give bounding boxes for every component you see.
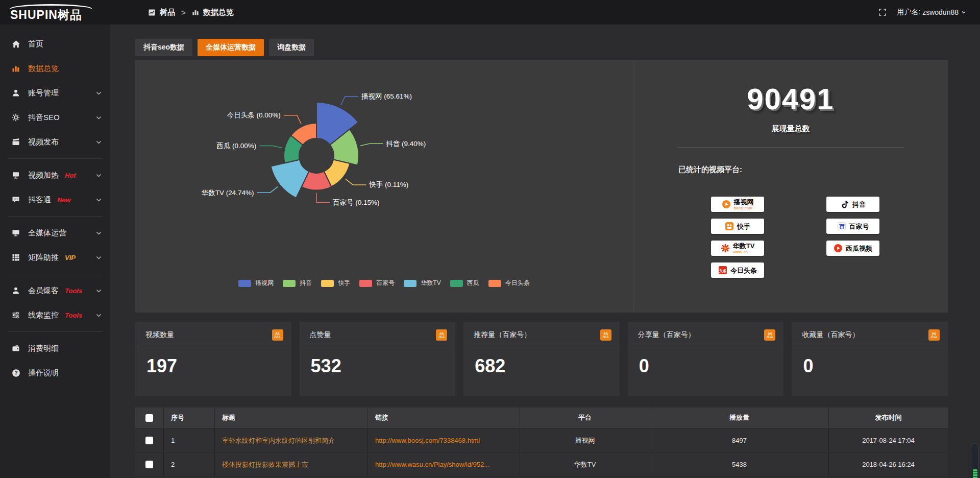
legend-swatch <box>321 280 334 287</box>
sidebar-item-badge: Tools <box>65 287 82 295</box>
chevron-down-icon <box>961 9 967 15</box>
total-badge: 总 <box>272 329 283 341</box>
chevron-down-icon <box>95 254 102 261</box>
row-checkbox[interactable] <box>145 437 153 444</box>
pie-label: 今日头条 (0.00%) <box>227 111 281 119</box>
sidebar-item-chart[interactable]: 数据总览 <box>0 56 110 81</box>
sidebar-item-chat[interactable]: 抖客通New <box>0 187 110 212</box>
chevron-down-icon <box>95 90 102 97</box>
pie-label-line <box>316 193 330 203</box>
video-url-link[interactable]: http://www.boosj.com/7338468.html <box>375 437 480 444</box>
line-chart-icon <box>148 9 156 16</box>
legend-label: 今日头条 <box>505 279 530 288</box>
column-header: 序号 <box>164 408 215 428</box>
breadcrumb-current[interactable]: 数据总览 <box>203 8 234 17</box>
row-checkbox[interactable] <box>145 461 153 468</box>
table-row: 2楼体投影灯投影效果震撼上市http://www.wasu.cn/Play/sh… <box>135 453 948 476</box>
sidebar-item-clapper[interactable]: 视频发布 <box>0 130 110 154</box>
person-icon <box>11 286 20 295</box>
boosj-logo-icon <box>722 200 731 209</box>
legend-swatch <box>283 280 296 287</box>
platform-name: 播视网 <box>734 199 754 205</box>
column-header: 平台 <box>520 408 650 428</box>
chevron-down-icon <box>95 114 102 121</box>
pie-label: 抖音 (9.40%) <box>386 140 426 148</box>
row-select-cell <box>135 429 164 452</box>
row-time: 2018-04-26 16:24 <box>829 453 948 476</box>
sidebar-item-person[interactable]: 会员爆客Tools <box>0 278 110 303</box>
user-menu[interactable]: 用户名: zswodun88 <box>897 8 967 17</box>
sidebar-item-monitor[interactable]: 全媒体运营 <box>0 221 110 245</box>
sliders-icon <box>11 311 20 319</box>
sidebar-item-badge: Tools <box>65 312 82 319</box>
stat-card-4: 分享量（百家号）总0 <box>628 322 784 396</box>
stat-card-title: 点赞量 <box>310 330 331 340</box>
user-icon <box>11 89 20 97</box>
tab-3[interactable]: 询盘数据 <box>269 39 314 56</box>
platform-badge-wasu: 华数TVwasu.cn <box>711 241 764 256</box>
xigua-logo-icon <box>834 244 843 253</box>
data-tabs: 抖音seo数据全媒体运营数据询盘数据 <box>135 39 314 56</box>
scrollbar-thumb[interactable] <box>973 469 977 478</box>
legend-item-快手[interactable]: 快手 <box>321 279 350 288</box>
pie-slice-华数TV[interactable] <box>271 160 309 198</box>
video-title-link[interactable]: 室外水纹灯和室内水纹灯的区别和简介 <box>222 436 335 445</box>
stat-card-value: 532 <box>300 347 456 377</box>
legend-item-今日头条[interactable]: 今日头条 <box>488 279 530 288</box>
sidebar-item-label: 视频加热 <box>28 171 59 180</box>
legend-swatch <box>404 280 416 287</box>
sidebar-divider <box>7 331 103 332</box>
monitor-icon <box>11 229 20 237</box>
sidebar-item-label: 抖音SEO <box>28 113 60 123</box>
video-url-link[interactable]: http://www.wasu.cn/Play/show/id/952... <box>375 461 489 468</box>
platform-badge-douyin: 抖音 <box>826 197 879 212</box>
sidebar-item-question[interactable]: ?操作说明 <box>0 361 110 385</box>
pie-label-line <box>257 186 278 193</box>
sidebar-item-label: 抖客通 <box>28 195 51 205</box>
sidebar-item-label: 矩阵助推 <box>28 253 59 262</box>
chevron-down-icon <box>95 230 102 236</box>
pie-label-line <box>345 179 366 185</box>
sidebar-item-wallet[interactable]: 消费明细 <box>0 336 110 361</box>
row-time: 2017-08-24 17:04 <box>829 429 948 452</box>
stat-card-value: 682 <box>463 347 620 377</box>
legend-item-华数TV[interactable]: 华数TV <box>404 279 440 288</box>
platform-subtext: boosj.com <box>734 206 752 210</box>
pie-label: 快手 (0.11%) <box>369 181 408 188</box>
breadcrumb-root[interactable]: 树品 <box>160 8 175 17</box>
sidebar-item-heat[interactable]: 视频加热Hot <box>0 163 110 187</box>
sidebar-item-sliders[interactable]: 线索监控Tools <box>0 303 110 327</box>
row-index: 1 <box>164 429 215 452</box>
row-platform: 华数TV <box>520 453 650 476</box>
breadcrumb-separator: > <box>181 8 186 17</box>
table-header: 序号标题链接平台播放量发布时间 <box>135 408 948 428</box>
tab-2[interactable]: 全媒体运营数据 <box>198 39 264 56</box>
sidebar-item-label: 全媒体运营 <box>28 228 66 238</box>
stat-card-header: 视频数量总 <box>135 322 291 347</box>
sidebar-item-user[interactable]: 账号管理 <box>0 81 110 105</box>
chevron-down-icon <box>95 197 102 203</box>
total-impressions-value: 90491 <box>633 82 948 116</box>
fullscreen-icon[interactable] <box>878 8 887 16</box>
video-title-link[interactable]: 楼体投影灯投影效果震撼上市 <box>222 460 308 469</box>
tab-1[interactable]: 抖音seo数据 <box>135 39 192 56</box>
legend-item-播视网[interactable]: 播视网 <box>238 279 274 288</box>
chat-icon <box>11 196 20 204</box>
total-impressions-label: 展现量总数 <box>633 124 948 134</box>
pie-label: 西瓜 (0.00%) <box>216 142 256 150</box>
gear-icon <box>11 113 20 122</box>
select-all-checkbox[interactable] <box>145 414 153 422</box>
legend-item-抖音[interactable]: 抖音 <box>283 279 312 288</box>
legend-item-西瓜[interactable]: 西瓜 <box>450 279 479 288</box>
sidebar: 首页数据总览账号管理抖音SEO视频发布视频加热Hot抖客通New全媒体运营矩阵助… <box>0 25 110 478</box>
stat-card-header: 分享量（百家号）总 <box>628 322 784 347</box>
column-header: 链接 <box>368 408 520 428</box>
sidebar-item-grid[interactable]: 矩阵助推VIP <box>0 245 110 270</box>
legend-item-百家号[interactable]: 百家号 <box>359 279 395 288</box>
sidebar-item-gear[interactable]: 抖音SEO <box>0 105 110 130</box>
sidebar-item-home[interactable]: 首页 <box>0 32 110 56</box>
platform-subtext: wasu.cn <box>733 250 748 254</box>
sidebar-divider <box>7 158 103 159</box>
row-index: 2 <box>164 453 215 476</box>
row-plays: 5438 <box>650 453 829 476</box>
